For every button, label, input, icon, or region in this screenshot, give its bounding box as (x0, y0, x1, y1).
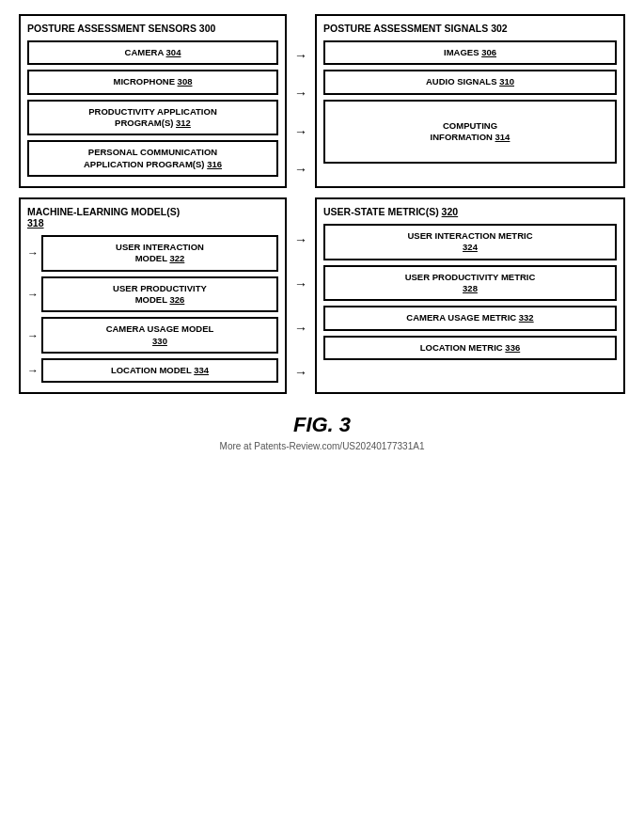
figure-label: FIG. 3 (17, 413, 627, 437)
metrics-ref: 320 (442, 206, 459, 217)
location-model-row: → LOCATION MODEL 334 (27, 358, 278, 383)
top-arrows: → → → → (287, 14, 315, 188)
user-interaction-metric-cell: USER INTERACTION METRIC324 (323, 224, 617, 260)
audio-signals-label: AUDIO SIGNALS 310 (426, 76, 514, 87)
upmetric-ref: 328 (463, 283, 478, 293)
metrics-block: USER-STATE METRIC(S) 320 USER INTERACTIO… (315, 197, 625, 394)
arrow-cum: → (27, 330, 39, 341)
microphone-label: MICROPHONE 308 (114, 76, 193, 87)
bottom-arrows: → → → → (287, 197, 315, 394)
cumetric-ref: 332 (519, 312, 534, 323)
arrow-microphone: → (294, 87, 307, 100)
uim-ref: 322 (169, 253, 184, 263)
upm-ref: 326 (169, 294, 184, 305)
camera-ref: 304 (166, 47, 181, 57)
personal-comm-cell: PERSONAL COMMUNICATIONAPPLICATION PROGRA… (27, 140, 278, 177)
location-metric-cell: LOCATION METRIC 336 (323, 336, 617, 360)
images-ref: 306 (481, 47, 496, 57)
watermark: More at Patents-Review.com/US20240177331… (17, 441, 627, 451)
figure-text: FIG. 3 (293, 413, 351, 436)
bottom-row: MACHINE-LEARNING MODEL(S)318 → USER INTE… (19, 197, 625, 394)
computing-info-ref: 314 (495, 132, 510, 142)
arrow-personal-comm: → (294, 163, 307, 176)
models-title: MACHINE-LEARNING MODEL(S)318 (27, 206, 278, 228)
lm-ref: 334 (194, 365, 209, 375)
signals-block: POSTURE ASSESSMENT SIGNALS 302 IMAGES 30… (315, 14, 625, 188)
arrow-productivity: → (294, 125, 307, 138)
productivity-app-label: PRODUCTIVITY APPLICATIONPROGRAM(S) 312 (88, 106, 217, 128)
camera-label: CAMERA 304 (125, 47, 181, 57)
camera-cell: CAMERA 304 (27, 40, 278, 65)
location-model-cell: LOCATION MODEL 334 (41, 358, 278, 383)
camera-usage-metric-cell: CAMERA USAGE METRIC 332 (323, 306, 617, 330)
arrow-uim: → (27, 247, 39, 259)
computing-info-label: COMPUTINGINFORMATION 314 (431, 120, 510, 142)
user-productivity-model-cell: USER PRODUCTIVITYMODEL 326 (41, 276, 278, 313)
arrow-uimetric: → (294, 233, 307, 246)
arrow-upm: → (27, 289, 39, 300)
arrow-lmetric: → (294, 366, 307, 379)
arrow-lm: → (27, 365, 39, 376)
images-cell: IMAGES 306 (323, 40, 617, 65)
models-block: MACHINE-LEARNING MODEL(S)318 → USER INTE… (19, 197, 287, 394)
metrics-title: USER-STATE METRIC(S) 320 (323, 206, 617, 217)
user-interaction-model-row: → USER INTERACTIONMODEL 322 (27, 235, 278, 272)
uimetric-ref: 324 (463, 242, 478, 252)
diagram: POSTURE ASSESSMENT SENSORS 300 CAMERA 30… (19, 14, 625, 394)
cum-ref: 330 (152, 336, 167, 346)
microphone-ref: 308 (178, 76, 193, 87)
personal-comm-ref: 316 (207, 159, 222, 169)
models-ref: 318 (27, 217, 44, 228)
camera-usage-model-cell: CAMERA USAGE MODEL330 (41, 317, 278, 354)
camera-usage-model-row: → CAMERA USAGE MODEL330 (27, 317, 278, 354)
audio-signals-cell: AUDIO SIGNALS 310 (323, 70, 617, 94)
productivity-app-cell: PRODUCTIVITY APPLICATIONPROGRAM(S) 312 (27, 100, 278, 136)
user-productivity-metric-cell: USER PRODUCTIVITY METRIC328 (323, 265, 617, 302)
computing-info-cell: COMPUTINGINFORMATION 314 (323, 100, 617, 165)
sensors-title: POSTURE ASSESSMENT SENSORS 300 (27, 23, 278, 34)
user-productivity-model-row: → USER PRODUCTIVITYMODEL 326 (27, 276, 278, 313)
images-label: IMAGES 306 (444, 47, 496, 57)
arrow-camera: → (294, 49, 307, 62)
lmetric-ref: 336 (505, 342, 520, 353)
sensors-block: POSTURE ASSESSMENT SENSORS 300 CAMERA 30… (19, 14, 287, 188)
user-interaction-model-cell: USER INTERACTIONMODEL 322 (41, 235, 278, 272)
arrow-upmetric: → (294, 277, 307, 291)
productivity-app-ref: 312 (176, 118, 191, 128)
arrow-cumetric: → (294, 322, 307, 335)
personal-comm-label: PERSONAL COMMUNICATIONAPPLICATION PROGRA… (84, 147, 222, 168)
signals-title: POSTURE ASSESSMENT SIGNALS 302 (323, 23, 617, 34)
audio-signals-ref: 310 (499, 76, 514, 87)
microphone-cell: MICROPHONE 308 (27, 70, 278, 94)
top-row: POSTURE ASSESSMENT SENSORS 300 CAMERA 30… (19, 14, 625, 188)
